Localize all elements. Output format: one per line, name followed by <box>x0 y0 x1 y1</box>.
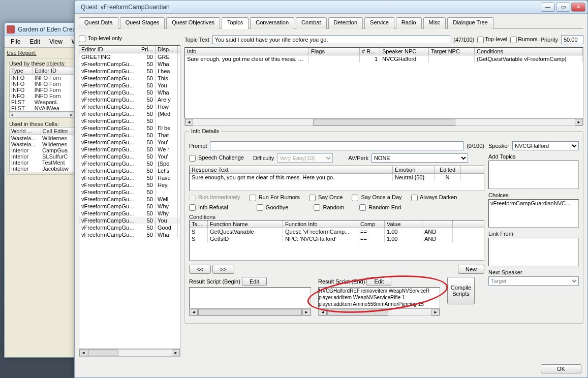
prompt-counter: (0/100) <box>467 143 484 149</box>
speech-challenge[interactable]: Speech Challenge <box>189 154 244 162</box>
list-item[interactable]: vFreeformCampGuardi...50I hea <box>79 68 180 75</box>
topics-scrollbar[interactable]: ◄► <box>79 349 180 357</box>
random-end[interactable]: Random End <box>359 204 401 211</box>
menu-edit[interactable]: Edit <box>25 37 44 46</box>
always-darken[interactable]: Always Darken <box>411 194 457 201</box>
list-item[interactable]: vFreeformCampGuardi...50Are y <box>79 96 180 103</box>
next-button[interactable]: >> <box>212 265 234 274</box>
new-button[interactable]: New <box>458 265 484 274</box>
list-item[interactable]: vFreeformCampGuardi...50Let's <box>79 167 180 174</box>
geck-titlebar[interactable]: Garden of Eden Crea <box>5 23 79 36</box>
tab-topics[interactable]: Topics <box>222 17 249 29</box>
compile-button[interactable]: Compile Scripts <box>447 277 475 304</box>
list-item[interactable]: vFreeformCampGuardi...50 <box>79 188 180 196</box>
tab-dialogue-tree[interactable]: Dialogue Tree <box>447 17 493 29</box>
list-item[interactable]: vFreeformCampGuardi...50Why <box>79 210 180 217</box>
list-item[interactable]: vFreeformCampGuardi...50{Spe <box>79 160 180 167</box>
use-report-label: Use Report: <box>7 50 77 56</box>
table-row[interactable]: SGetQuestVariableQuest: 'vFreeformCamp..… <box>190 228 484 235</box>
goodbye[interactable]: Goodbye <box>257 204 289 211</box>
prev-button[interactable]: << <box>189 265 211 274</box>
say-once[interactable]: Say Once <box>309 194 343 201</box>
conditions-list[interactable]: Ta... Function Name Function Info Comp V… <box>189 220 484 261</box>
list-item[interactable]: vFreeformCampGuardi...50We r <box>79 146 180 153</box>
used-by-table[interactable]: TypeEditor ID INFOINFO FornINFOINFO Forn… <box>9 67 74 112</box>
tab-combat[interactable]: Combat <box>296 17 327 29</box>
choices-label: Choices <box>488 192 579 198</box>
difficulty-label: Difficulty <box>253 155 274 161</box>
tab-quest-stages[interactable]: Quest Stages <box>120 17 165 29</box>
menu-view[interactable]: View <box>45 37 67 46</box>
geck-window: Garden of Eden Crea File Edit View Wo Us… <box>4 22 79 358</box>
list-item[interactable]: vFreeformCampGuardi...50You <box>79 82 180 89</box>
add-topics-box[interactable] <box>488 161 579 189</box>
list-item[interactable]: vFreeformCampGuardi...50That <box>79 132 180 139</box>
list-item[interactable]: vFreeformCampGuardi...50Hey, <box>79 181 180 188</box>
toplevel-check[interactable]: Top-level <box>477 36 507 43</box>
minimize-button[interactable]: — <box>541 3 555 12</box>
choices-box[interactable]: vFreeformCampGuardianNVC... <box>488 199 579 228</box>
list-item[interactable]: vFreeformCampGuardi...50How <box>79 103 180 110</box>
nextspeaker-label: Next Speaker <box>488 269 579 275</box>
close-button[interactable]: ✕ <box>571 3 585 12</box>
toplevel-only[interactable]: Top-level only <box>79 35 122 42</box>
used-cells-label: Used in these Cells: <box>9 121 74 127</box>
response-list[interactable]: Response Text Emotion Edited Sure enough… <box>189 166 484 191</box>
list-item[interactable]: vFreeformCampGuardi...50 <box>79 117 180 124</box>
tab-misc[interactable]: Misc <box>423 17 446 29</box>
ok-button[interactable]: OK <box>541 364 581 373</box>
list-item[interactable]: vFreeformCampGuardi...50You <box>79 217 180 224</box>
result-end-box[interactable]: NVCGHalfordREF.removeitem WeapNVServiceR… <box>318 287 440 308</box>
quest-window: Quest: vFreeformCampGuardian — ▭ ✕ Quest… <box>74 0 588 378</box>
info-list[interactable]: Info Flags # R... Speaker NPC Target NPC… <box>184 47 583 118</box>
list-item[interactable]: vFreeformCampGuardi...50Have <box>79 174 180 181</box>
list-item[interactable]: vFreeformCampGuardi...50Wha <box>79 60 180 68</box>
say-once-day[interactable]: Say Once a Day <box>352 194 401 201</box>
info-scrollbar[interactable]: ◄► <box>184 118 583 126</box>
rumors-check[interactable]: Rumors <box>510 36 538 43</box>
menu-file[interactable]: File <box>7 37 24 46</box>
edit-begin-button[interactable]: Edit <box>242 277 267 286</box>
random[interactable]: Random <box>314 204 344 211</box>
nextspeaker-select[interactable]: Target <box>488 276 579 286</box>
list-item[interactable]: vFreeformCampGuardi...50Why <box>79 203 180 210</box>
tab-radio[interactable]: Radio <box>396 17 422 29</box>
list-item[interactable]: vFreeformCampGuardi...50I'll be <box>79 124 180 132</box>
priority-input[interactable] <box>561 35 583 44</box>
avperk-select[interactable]: NONE <box>372 153 468 163</box>
list-item[interactable]: GREETING90GRE <box>79 53 180 60</box>
used-cells-table[interactable]: World ...Cell Editor Wastela...Wildernes… <box>9 127 74 172</box>
info-details: Info Details Prompt (0/100) Speech Chall… <box>184 128 583 324</box>
topic-text-input[interactable] <box>212 35 451 44</box>
list-item[interactable]: vFreeformCampGuardi...50You' <box>79 139 180 146</box>
result-begin-box[interactable] <box>189 287 311 308</box>
difficulty-select: Very Easy(10) <box>277 153 333 163</box>
speaker-select[interactable]: NVCGHalford <box>512 141 579 150</box>
topics-list[interactable]: Editor ID Pri... Disp... GREETING90GREvF… <box>79 45 180 349</box>
list-item[interactable]: vFreeformCampGuardi...50Good <box>79 224 180 231</box>
info-refusal[interactable]: Info Refusal <box>189 204 228 211</box>
list-item[interactable]: vFreeformCampGuardi...50Well <box>79 196 180 203</box>
quest-titlebar[interactable]: Quest: vFreeformCampGuardian — ▭ ✕ <box>75 1 587 14</box>
linkfrom-box[interactable] <box>488 238 579 266</box>
end-scrollbar[interactable]: ◄► <box>318 308 440 316</box>
prompt-input[interactable] <box>210 141 463 150</box>
begin-scrollbar[interactable]: ◄► <box>189 308 311 316</box>
tab-service[interactable]: Service <box>364 17 394 29</box>
tab-quest-objectives[interactable]: Quest Objectives <box>166 17 220 29</box>
run-immediately: Run Immediately <box>189 194 240 201</box>
list-item[interactable]: vFreeformCampGuardi...50This <box>79 75 180 82</box>
maximize-button[interactable]: ▭ <box>556 3 570 12</box>
edit-end-button[interactable]: Edit <box>366 277 391 286</box>
table-row[interactable]: Sure enough, you got me clear of this me… <box>185 55 583 62</box>
list-item[interactable]: vFreeformCampGuardi...50You' <box>79 153 180 160</box>
list-item[interactable]: vFreeformCampGuardi...50Wha <box>79 89 180 96</box>
tab-quest-data[interactable]: Quest Data <box>79 17 118 29</box>
list-item[interactable]: vFreeformCampGuardi...50{Med <box>79 110 180 117</box>
table-row[interactable]: Sure enough, you got me clear of this me… <box>190 174 484 181</box>
run-for-rumors[interactable]: Run For Rumors <box>250 194 300 201</box>
list-item[interactable]: vFreeformCampGuardi...50Wha <box>79 231 180 238</box>
tab-detection[interactable]: Detection <box>328 17 363 29</box>
table-row[interactable]: SGetIsIDNPC: 'NVCGHalford'==1.00AND <box>190 235 484 242</box>
tab-conversation[interactable]: Conversation <box>250 17 294 29</box>
